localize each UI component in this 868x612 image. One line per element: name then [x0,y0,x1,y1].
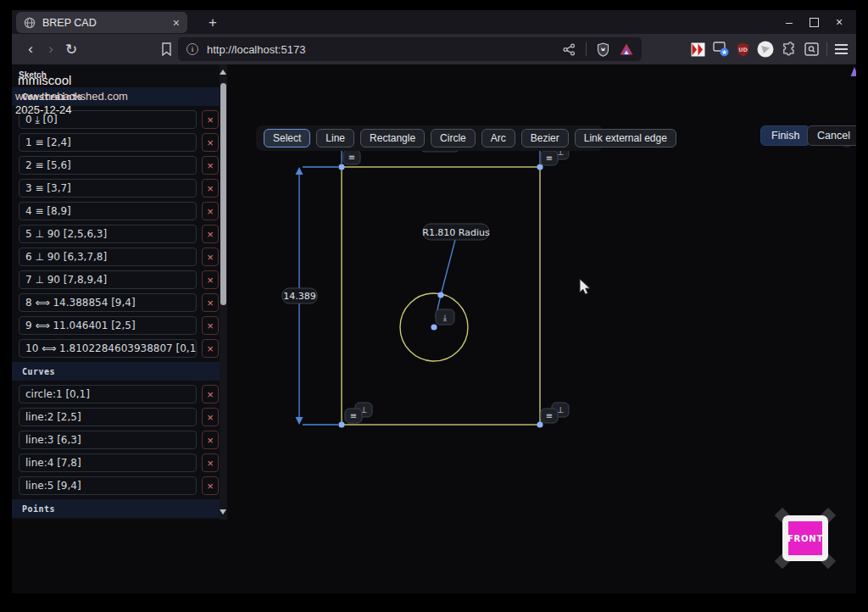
sidebar-title: Sketch [19,70,47,80]
constraint-field[interactable]: 5 ⊥ 90 [2,5,6,3] [19,225,197,243]
delete-constraint-button[interactable]: × [202,316,219,335]
curve-row: line:2 [2,5] × [19,408,227,426]
points-section-header: Points [12,499,220,518]
view-cube[interactable]: FRONT [775,508,836,569]
constraint-field[interactable]: 6 ⊥ 90 [6,3,7,8] [19,248,197,266]
constraint-field[interactable]: 2 ≡ [5,6] [19,156,197,175]
maximize-button[interactable] [810,18,819,27]
browser-toolbar: ‹ › ↻ i http://localhost:5173 [12,34,856,64]
delete-constraint-button[interactable]: × [202,133,219,152]
close-button[interactable]: × [832,15,846,29]
tab-capture-extension-icon[interactable] [713,42,729,57]
curves-section-header: Curves [12,362,220,381]
delete-curve-button[interactable]: × [202,453,219,472]
curve-row: line:5 [9,4] × [19,476,227,495]
delete-constraint-button[interactable]: × [202,225,219,243]
curve-field[interactable]: circle:1 [0,1] [19,385,197,403]
tool-arc-button[interactable]: Arc [481,129,515,147]
tool-circle-button[interactable]: Circle [431,129,476,147]
delete-constraint-button[interactable]: × [202,293,219,312]
sketch-points[interactable] [338,164,542,427]
sidebar-extension-icon[interactable] [691,42,705,57]
brave-shield-icon[interactable] [597,42,609,57]
delete-curve-button[interactable]: × [202,385,219,403]
delete-constraint-button[interactable]: × [202,179,219,198]
curve-field[interactable]: line:2 [2,5] [19,408,197,426]
constraint-field[interactable]: 9 ⟺ 11.046401 [2,5] [19,316,197,335]
sketch-tool-palette: Select Line Rectangle Circle Arc Bezier … [256,125,604,151]
address-bar[interactable]: i http://localhost:5173 [178,37,642,61]
curve-field[interactable]: line:4 [7,8] [19,453,197,472]
minimize-button[interactable]: – [782,15,796,29]
globe-favicon-icon [24,17,36,29]
constraint-field[interactable]: 4 ≡ [8,9] [19,202,197,220]
constraint-row: 1 ≡ [2,4] × [19,133,227,152]
curve-field[interactable]: line:3 [6,3] [19,431,197,449]
tool-rectangle-button[interactable]: Rectangle [360,129,425,147]
coincident-badge-icon: ≡ [546,153,553,163]
menu-hamburger-icon[interactable] [835,44,848,54]
finish-button[interactable]: Finish [760,125,810,146]
sketch-sidebar: Sketch Constraints 0 ⤓ [0] × 1 ≡ [2,4] × [12,64,227,520]
webgl-report-extension-icon[interactable] [757,41,774,58]
constraint-field[interactable]: 10 ⟺ 1.8102284603938807 [0,1] [19,339,197,358]
delete-constraint-button[interactable]: × [202,339,219,358]
new-tab-button[interactable]: + [202,12,224,33]
tab-title: BREP CAD [42,17,166,29]
constraints-list: 0 ⤓ [0] × 1 ≡ [2,4] × 2 ≡ [5,6] × [12,110,227,358]
search-sidebar-icon[interactable] [804,42,819,56]
constraint-field[interactable]: 8 ⟺ 14.388854 [9,4] [19,293,197,312]
svg-text:UD: UD [738,46,748,53]
tab-close-icon[interactable]: × [173,17,180,29]
constraint-field[interactable]: 0 ⤓ [0] [19,110,197,129]
url-text[interactable]: http://localhost:5173 [207,43,563,56]
constraint-badges[interactable]: ≡ ⊥ ≡ ⊥ ≡ ⊥ ≡ ⤓ [343,145,569,423]
tool-select-button[interactable]: Select [264,129,310,147]
constraint-row: 8 ⟺ 14.388854 [9,4] × [19,293,227,312]
delete-curve-button[interactable]: × [202,408,219,426]
delete-constraint-button[interactable]: × [202,248,219,266]
height-dimension[interactable]: 14.389 [282,167,338,425]
constraint-row: 10 ⟺ 1.8102284603938807 [0,1] × [19,339,227,358]
back-button[interactable]: ‹ [20,41,41,58]
reload-button[interactable]: ↻ [61,41,81,58]
delete-curve-button[interactable]: × [202,431,219,449]
divider [826,42,827,56]
browser-tab[interactable]: BREP CAD × [16,12,187,33]
delete-constraint-button[interactable]: × [202,270,219,289]
tab-strip: BREP CAD × + – × [12,10,856,34]
browser-window: BREP CAD × + – × ‹ › ↻ i http://localhos… [12,10,856,593]
scrollbar-thumb[interactable] [220,83,226,305]
delete-constraint-button[interactable]: × [202,202,219,220]
curves-list: circle:1 [0,1] × line:2 [2,5] × line:3 [… [12,385,227,495]
divider [586,42,587,56]
ud-shield-extension-icon[interactable]: UD [737,42,749,57]
tool-line-button[interactable]: Line [316,129,354,147]
sidebar-scrollbar[interactable] [220,64,227,520]
delete-constraint-button[interactable]: × [202,110,219,129]
curve-row: circle:1 [0,1] × [19,385,227,403]
tool-link-external-edge-button[interactable]: Link external edge [575,129,676,147]
constraint-field[interactable]: 3 ≡ [3,7] [19,179,197,198]
constraint-field[interactable]: 1 ≡ [2,4] [19,133,197,152]
scrollbar-down-icon[interactable] [220,509,226,515]
window-controls: – × [782,10,851,34]
delete-curve-button[interactable]: × [202,476,219,495]
curve-field[interactable]: line:5 [9,4] [19,476,197,495]
coincident-badge-icon: ≡ [546,411,553,420]
tool-bezier-button[interactable]: Bezier [521,129,569,147]
cancel-button[interactable]: Cancel [807,125,856,146]
radius-dimension[interactable]: R1.810 Radius [422,224,490,317]
puzzle-extensions-icon[interactable] [782,42,797,57]
coincident-badge-icon: ≡ [350,411,357,420]
share-icon[interactable] [563,43,576,56]
delete-constraint-button[interactable]: × [202,156,219,175]
forward-button[interactable]: › [41,41,61,58]
constraint-field[interactable]: 7 ⊥ 90 [7,8,9,4] [19,270,197,289]
view-cube-front-label: FRONT [787,534,823,543]
scrollbar-up-icon[interactable] [220,70,226,75]
site-info-icon[interactable]: i [186,43,198,55]
bookmark-icon[interactable] [161,42,172,56]
bat-triangle-icon[interactable] [620,43,633,55]
constraint-row: 2 ≡ [5,6] × [19,156,227,175]
